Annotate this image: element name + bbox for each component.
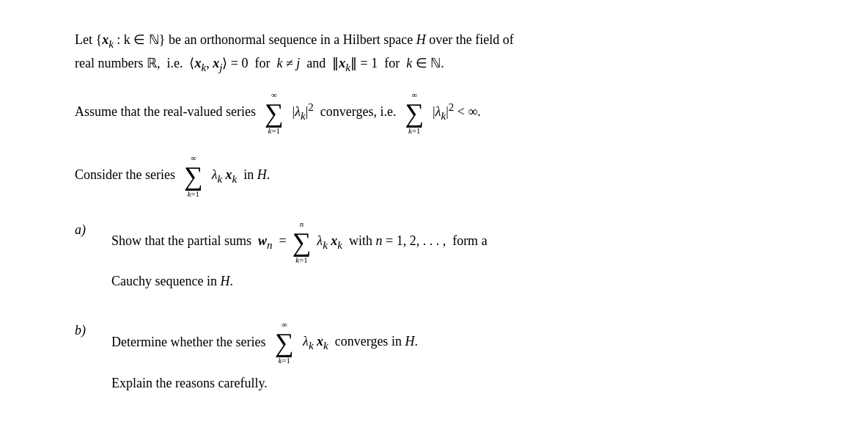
assume-paragraph: Assume that the real-valued series ∞ ∑ k… <box>75 90 793 136</box>
consider-sum: ∞ ∑ k=1 <box>184 153 203 199</box>
lambda-abs-sq2: |λk|2 < ∞. <box>430 104 481 119</box>
part-a-row: a) Show that the partial sums wn = n ∑ k… <box>75 219 793 292</box>
partial-sum-term: λk xk with n = 1, 2, . . . , form a <box>317 230 487 254</box>
second-sum: ∞ ∑ k=1 <box>405 90 424 136</box>
consider-text: Consider the series <box>75 167 178 182</box>
intro-line2: real numbers ℝ, i.e. ⟨xk, xj⟩ = 0 for k … <box>75 53 793 76</box>
partial-sum-sigma: n ∑ k=1 <box>293 219 312 265</box>
intro-line1: Let {xk : k ∈ ℕ} be an orthonormal seque… <box>75 29 793 53</box>
intro-paragraph: Let {xk : k ∈ ℕ} be an orthonormal seque… <box>75 29 793 76</box>
assume-text: Assume that the real-valued series <box>75 104 259 119</box>
part-b-sum: ∞ ∑ k=1 <box>275 320 294 365</box>
part-b-label: b) <box>75 320 111 341</box>
cauchy-text: Cauchy sequence in H. <box>111 271 793 292</box>
part-b-content: Determine whether the series ∞ ∑ k=1 λk … <box>111 320 793 394</box>
show-text: Show that the partial sums wn = <box>111 230 287 254</box>
converges-text: converges, i.e. <box>320 104 400 119</box>
lambda-abs-sq: |λk|2 <box>289 104 317 119</box>
part-b-sum-term: λk xk converges in H. <box>300 331 418 354</box>
main-content: Let {xk : k ∈ ℕ} be an orthonormal seque… <box>31 0 837 430</box>
part-a-text-line: Show that the partial sums wn = n ∑ k=1 … <box>111 219 793 265</box>
lambda-x-term: λk xk in H. <box>208 167 270 182</box>
part-b-text-line: Determine whether the series ∞ ∑ k=1 λk … <box>111 320 793 365</box>
part-a-label: a) <box>75 219 111 241</box>
part-b-row: b) Determine whether the series ∞ ∑ k=1 … <box>75 320 793 394</box>
first-sum: ∞ ∑ k=1 <box>265 90 284 136</box>
x-k-set: xk <box>102 32 114 47</box>
consider-paragraph: Consider the series ∞ ∑ k=1 λk xk in H. <box>75 153 793 199</box>
determine-text: Determine whether the series <box>111 332 269 353</box>
explain-text: Explain the reasons carefully. <box>111 373 793 394</box>
part-a-content: Show that the partial sums wn = n ∑ k=1 … <box>111 219 793 292</box>
